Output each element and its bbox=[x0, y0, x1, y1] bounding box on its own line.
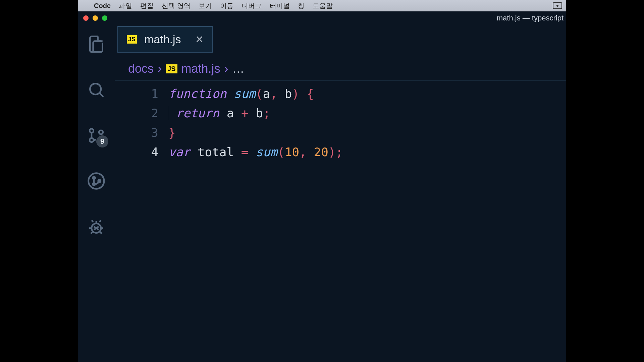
svg-point-6 bbox=[93, 177, 95, 179]
js-file-icon: JS bbox=[127, 35, 137, 44]
code-line[interactable]: 2return a + b; bbox=[115, 104, 566, 123]
line-number: 2 bbox=[115, 104, 168, 123]
minimize-window-button[interactable] bbox=[93, 15, 98, 21]
search-icon[interactable] bbox=[87, 80, 106, 99]
line-number: 1 bbox=[115, 84, 168, 104]
code-editor[interactable]: 1function sum(a, b) {2return a + b;3}4va… bbox=[115, 81, 566, 162]
chevron-right-icon: › bbox=[224, 62, 228, 76]
breadcrumb-more[interactable]: … bbox=[232, 62, 245, 76]
breadcrumb-segment-file[interactable]: math.js bbox=[181, 62, 220, 76]
activity-bar: 9 bbox=[78, 25, 115, 362]
tab-math-js[interactable]: JS math.js ✕ bbox=[117, 26, 213, 53]
tab-bar: JS math.js ✕ bbox=[115, 25, 566, 58]
svg-point-4 bbox=[99, 130, 103, 134]
chevron-right-icon: › bbox=[158, 62, 162, 76]
close-window-button[interactable] bbox=[83, 15, 89, 21]
menubar-app-name[interactable]: Code bbox=[94, 2, 111, 10]
menu-file[interactable]: 파일 bbox=[119, 1, 132, 10]
debug-icon[interactable] bbox=[87, 217, 106, 236]
editor-group: JS math.js ✕ docs › JS math.js › … 1func… bbox=[115, 25, 566, 362]
explorer-icon[interactable] bbox=[87, 35, 106, 54]
code-line[interactable]: 3} bbox=[115, 123, 566, 142]
menu-view[interactable]: 보기 bbox=[199, 1, 212, 10]
code-content[interactable]: } bbox=[168, 123, 176, 142]
tab-label: math.js bbox=[144, 33, 181, 46]
menu-go[interactable]: 이동 bbox=[220, 1, 233, 10]
git-graph-icon[interactable] bbox=[87, 172, 106, 190]
menu-terminal[interactable]: 터미널 bbox=[270, 1, 290, 10]
menu-edit[interactable]: 편집 bbox=[140, 1, 154, 10]
breadcrumbs[interactable]: docs › JS math.js › … bbox=[115, 58, 566, 81]
svg-point-2 bbox=[90, 129, 94, 133]
window-titlebar: math.js — typescript bbox=[78, 11, 566, 25]
breadcrumb-segment-root[interactable]: docs bbox=[128, 62, 154, 76]
menu-debug[interactable]: 디버그 bbox=[241, 1, 262, 10]
svg-point-5 bbox=[89, 173, 104, 189]
menu-selection[interactable]: 선택 영역 bbox=[162, 1, 191, 10]
window-title: math.js — typescript bbox=[497, 14, 564, 22]
maximize-window-button[interactable] bbox=[102, 15, 107, 21]
code-content[interactable]: var total = sum(10, 20); bbox=[168, 142, 343, 162]
tab-close-icon[interactable]: ✕ bbox=[195, 34, 204, 45]
menu-help[interactable]: 도움말 bbox=[313, 1, 333, 10]
line-number: 4 bbox=[115, 142, 168, 162]
traffic-lights bbox=[83, 15, 107, 21]
screen-record-icon[interactable] bbox=[553, 2, 562, 9]
code-content[interactable]: function sum(a, b) { bbox=[168, 84, 314, 104]
scm-badge: 9 bbox=[96, 135, 109, 148]
line-number: 3 bbox=[115, 123, 168, 142]
js-file-icon: JS bbox=[166, 64, 177, 73]
svg-point-0 bbox=[90, 83, 101, 95]
macos-menubar: Code 파일 편집 선택 영역 보기 이동 디버그 터미널 창 도움말 bbox=[78, 0, 566, 11]
source-control-icon[interactable]: 9 bbox=[87, 126, 106, 145]
menu-window[interactable]: 창 bbox=[298, 1, 305, 10]
code-content[interactable]: return a + b; bbox=[168, 104, 270, 123]
code-line[interactable]: 1function sum(a, b) { bbox=[115, 84, 566, 104]
svg-line-1 bbox=[99, 93, 103, 97]
code-line[interactable]: 4var total = sum(10, 20); bbox=[115, 142, 566, 162]
svg-point-3 bbox=[90, 138, 94, 142]
